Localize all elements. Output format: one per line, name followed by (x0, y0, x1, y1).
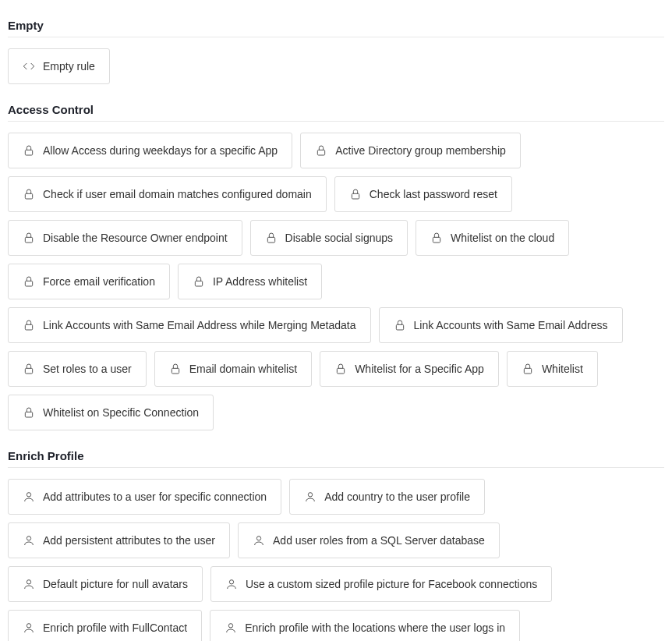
card-whitelist[interactable]: Whitelist (507, 351, 598, 387)
lock-icon (394, 319, 406, 331)
svg-point-20 (27, 580, 30, 584)
card-allow-access-weekdays[interactable]: Allow Access during weekdays for a speci… (8, 133, 292, 168)
card-label: Link Accounts with Same Email Address wh… (43, 319, 356, 331)
lock-icon (23, 363, 35, 375)
card-label: Add persistent attributes to the user (43, 534, 215, 547)
card-label: Check last password reset (370, 188, 497, 200)
card-check-email-domain[interactable]: Check if user email domain matches confi… (8, 176, 327, 212)
divider (8, 121, 664, 122)
card-check-last-password-reset[interactable]: Check last password reset (334, 176, 512, 212)
svg-rect-14 (524, 368, 531, 374)
card-label: Add country to the user profile (324, 490, 470, 503)
card-whitelist-specific-app[interactable]: Whitelist for a Specific App (320, 351, 499, 387)
lock-icon (193, 275, 205, 288)
enrich-profile-cards: Add attributes to a user for specific co… (8, 479, 664, 641)
card-label: Whitelist on the cloud (451, 232, 554, 244)
lock-icon (23, 188, 35, 200)
card-label: Whitelist for a Specific App (355, 363, 484, 375)
card-label: Set roles to a user (43, 363, 132, 375)
card-link-accounts-merge-metadata[interactable]: Link Accounts with Same Email Address wh… (8, 307, 371, 343)
card-force-email-verification[interactable]: Force email verification (8, 264, 170, 299)
card-label: Use a custom sized profile picture for F… (246, 578, 537, 590)
svg-rect-13 (337, 368, 344, 374)
card-add-country-profile[interactable]: Add country to the user profile (289, 479, 485, 515)
user-icon (23, 534, 35, 547)
svg-rect-12 (172, 368, 179, 374)
lock-icon (522, 363, 534, 375)
card-label: Add attributes to a user for specific co… (43, 490, 267, 503)
svg-rect-0 (25, 150, 32, 155)
card-disable-resource-owner-endpoint[interactable]: Disable the Resource Owner endpoint (8, 220, 242, 256)
card-label: Disable the Resource Owner endpoint (43, 232, 228, 244)
card-label: Whitelist on Specific Connection (43, 406, 199, 419)
card-label: Add user roles from a SQL Server databas… (273, 534, 485, 547)
card-enrich-fullcontact[interactable]: Enrich profile with FullContact (8, 610, 202, 641)
svg-point-17 (309, 493, 313, 497)
svg-rect-8 (195, 281, 202, 286)
lock-icon (430, 232, 443, 244)
svg-rect-3 (352, 193, 359, 199)
card-label: Active Directory group membership (335, 144, 506, 157)
code-icon (23, 60, 35, 73)
svg-point-16 (27, 493, 30, 497)
card-ip-address-whitelist[interactable]: IP Address whitelist (178, 264, 322, 299)
svg-point-22 (27, 624, 30, 628)
svg-point-18 (27, 537, 30, 540)
card-enrich-locations[interactable]: Enrich profile with the locations where … (210, 610, 520, 641)
lock-icon (23, 144, 35, 157)
user-icon (225, 578, 238, 590)
lock-icon (334, 363, 347, 375)
card-set-roles-to-user[interactable]: Set roles to a user (8, 351, 147, 387)
section-header-access-control: Access Control (8, 103, 664, 116)
user-icon (23, 622, 35, 634)
card-email-domain-whitelist[interactable]: Email domain whitelist (154, 351, 313, 387)
card-whitelist-specific-connection[interactable]: Whitelist on Specific Connection (8, 395, 214, 430)
svg-point-23 (229, 624, 233, 628)
card-whitelist-on-cloud[interactable]: Whitelist on the cloud (416, 220, 569, 256)
svg-rect-15 (25, 412, 32, 417)
empty-cards: Empty rule (8, 48, 664, 84)
card-label: Empty rule (43, 60, 95, 73)
section-header-enrich-profile: Enrich Profile (8, 449, 664, 462)
card-add-attributes-specific-connection[interactable]: Add attributes to a user for specific co… (8, 479, 281, 515)
svg-rect-5 (267, 237, 274, 243)
user-icon (23, 578, 35, 590)
card-label: Enrich profile with FullContact (43, 622, 187, 634)
svg-point-19 (256, 537, 260, 540)
user-icon (304, 490, 317, 503)
lock-icon (23, 275, 35, 288)
lock-icon (169, 363, 182, 375)
svg-rect-10 (396, 324, 403, 330)
card-label: Default picture for null avatars (43, 578, 188, 590)
user-icon (23, 490, 35, 503)
card-label: Disable social signups (285, 232, 394, 244)
card-label: Whitelist (542, 363, 583, 375)
card-link-accounts-same-email[interactable]: Link Accounts with Same Email Address (379, 307, 623, 343)
card-disable-social-signups[interactable]: Disable social signups (250, 220, 409, 256)
card-label: IP Address whitelist (213, 275, 307, 288)
card-default-picture-null-avatars[interactable]: Default picture for null avatars (8, 566, 203, 602)
divider (8, 467, 664, 468)
svg-rect-2 (25, 193, 32, 199)
card-label: Link Accounts with Same Email Address (414, 319, 608, 331)
user-icon (253, 534, 265, 547)
svg-rect-9 (25, 324, 32, 330)
lock-icon (23, 319, 35, 331)
svg-rect-11 (25, 368, 32, 374)
lock-icon (315, 144, 327, 157)
card-empty-rule[interactable]: Empty rule (8, 48, 110, 84)
user-icon (225, 622, 237, 634)
card-label: Allow Access during weekdays for a speci… (43, 144, 278, 157)
card-label: Email domain whitelist (189, 363, 298, 375)
card-ad-group-membership[interactable]: Active Directory group membership (300, 133, 521, 168)
lock-icon (349, 188, 362, 200)
card-add-persistent-attributes[interactable]: Add persistent attributes to the user (8, 522, 230, 558)
card-label: Check if user email domain matches confi… (43, 188, 312, 200)
svg-rect-7 (25, 281, 32, 286)
card-custom-facebook-picture[interactable]: Use a custom sized profile picture for F… (210, 566, 552, 602)
svg-rect-1 (317, 150, 324, 155)
section-header-empty: Empty (8, 19, 664, 32)
access-control-cards: Allow Access during weekdays for a speci… (8, 133, 664, 430)
svg-rect-6 (433, 237, 440, 243)
card-add-user-roles-sql[interactable]: Add user roles from a SQL Server databas… (238, 522, 500, 558)
